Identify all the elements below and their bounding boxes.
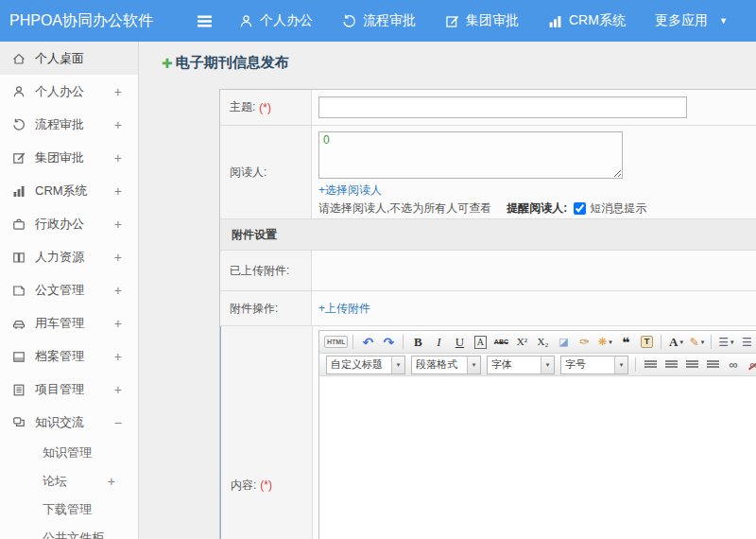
custom-heading-select[interactable]: 自定义标题▾	[326, 356, 405, 374]
undo-button[interactable]: ↶	[358, 333, 377, 352]
sidebar-item-label: CRM系统	[35, 183, 88, 200]
sidebar-subitem-1[interactable]: 论坛+	[0, 467, 138, 496]
expander-icon[interactable]: +	[114, 349, 122, 364]
blockquote-button[interactable]: ❝	[616, 333, 635, 352]
top-nav-item-1[interactable]: 流程审批	[342, 12, 416, 29]
top-nav: 个人办公流程审批集团审批CRM系统更多应用▼	[239, 12, 756, 29]
sidebar-item-label: 公文管理	[35, 282, 84, 299]
expander-icon[interactable]: +	[114, 250, 122, 265]
auto-typeset-button[interactable]: ❋▾	[595, 333, 614, 352]
readers-textarea[interactable]: 0	[318, 131, 623, 179]
format-painter-button[interactable]: ✑	[575, 333, 593, 352]
expander-icon[interactable]: +	[114, 150, 122, 165]
sidebar-item-8[interactable]: 用车管理+	[0, 306, 138, 339]
italic-button[interactable]: I	[429, 333, 448, 352]
chevron-down-icon: ▼	[719, 16, 728, 26]
sidebar-item-2[interactable]: 流程审批+	[0, 108, 138, 141]
expander-icon[interactable]: −	[114, 415, 122, 430]
editor-content-area[interactable]	[319, 376, 756, 539]
expander-icon[interactable]: +	[114, 117, 122, 132]
expander-icon[interactable]: +	[114, 316, 122, 331]
align-justify-button[interactable]	[703, 356, 722, 374]
attachment-actions-label: 附件操作:	[230, 301, 278, 317]
edit-icon	[12, 151, 26, 165]
unlink-button[interactable]: ∞	[745, 356, 756, 374]
highlight-color-button[interactable]: ✎▾	[687, 333, 706, 352]
expander-icon[interactable]: +	[114, 183, 122, 199]
readers-row: 阅读人: 0 +选择阅读人 请选择阅读人,不选为所有人可查看 提醒阅读人: 短消…	[220, 126, 756, 219]
main-content: 电子期刊信息发布 主题: (*) 阅读人: 0 +选择阅读	[139, 42, 756, 539]
top-nav-item-0[interactable]: 个人办公	[239, 12, 313, 29]
edit-icon	[445, 14, 459, 28]
sms-notify-checkbox[interactable]	[574, 202, 586, 215]
subscript-button[interactable]: X₂	[533, 333, 552, 352]
sidebar-item-5[interactable]: 行政办公+	[0, 207, 138, 240]
select-value: 自定义标题	[327, 357, 391, 372]
person-icon	[239, 14, 253, 28]
toolbar-separator	[711, 335, 712, 349]
sidebar-item-0[interactable]: 个人桌面	[0, 42, 138, 75]
font-family-select[interactable]: 字体▾	[487, 356, 555, 374]
sidebar-item-4[interactable]: CRM系统+	[0, 174, 138, 207]
superscript-button[interactable]: X²	[512, 333, 531, 352]
underline-button[interactable]: U	[450, 333, 469, 352]
eraser-button[interactable]: ◪	[554, 333, 573, 352]
font-color-button[interactable]: A▾	[666, 333, 685, 352]
sidebar-subitem-0[interactable]: 知识管理	[0, 439, 138, 467]
chevron-down-icon: ▾	[614, 356, 627, 374]
sidebar-item-10[interactable]: 项目管理+	[0, 373, 138, 406]
attachments-section-title: 附件设置	[220, 219, 756, 250]
html-source-button[interactable]: HTML	[324, 333, 348, 352]
expander-icon[interactable]: +	[114, 84, 122, 99]
sidebar-item-label: 项目管理	[35, 381, 84, 398]
required-mark: (*)	[260, 478, 272, 492]
expander-icon[interactable]: +	[114, 382, 122, 397]
top-nav-item-4[interactable]: 更多应用▼	[655, 12, 728, 29]
expander-icon[interactable]: +	[114, 283, 122, 298]
sidebar-item-1[interactable]: 个人办公+	[0, 75, 138, 108]
menu-icon[interactable]	[197, 14, 213, 28]
remind-readers-label: 提醒阅读人:	[507, 200, 567, 217]
top-nav-item-3[interactable]: CRM系统	[548, 12, 626, 29]
sidebar-subitem-2[interactable]: 下载管理	[0, 496, 138, 524]
bold-button[interactable]: B	[408, 333, 427, 352]
readers-hint: 请选择阅读人,不选为所有人可查看	[318, 200, 491, 217]
link-button[interactable]: ∞	[724, 356, 743, 374]
attachment-actions-label-cell: 附件操作:	[220, 291, 312, 325]
history-icon	[342, 14, 356, 28]
rich-text-editor: HTML↶↷BIUAABCX²X₂◪✑❋▾❝TA▾✎▾☰▾☰ 自定义标题▾段落格…	[318, 330, 756, 539]
person-icon	[12, 85, 26, 98]
toolbar-separator	[403, 335, 404, 349]
align-right-button[interactable]	[682, 356, 701, 374]
chevron-down-icon: ▾	[391, 356, 404, 374]
unordered-list-button[interactable]: ☰	[737, 333, 756, 352]
subject-input[interactable]	[318, 96, 687, 118]
sidebar-item-label: 档案管理	[35, 348, 84, 365]
uploaded-attachments-value	[312, 251, 756, 290]
sidebar-item-label: 人力资源	[35, 249, 84, 266]
align-center-button[interactable]	[662, 356, 680, 374]
paragraph-format-select[interactable]: 段落格式▾	[411, 356, 481, 374]
paste-as-text-button[interactable]: T	[637, 333, 656, 352]
sidebar-item-9[interactable]: 档案管理+	[0, 339, 138, 373]
redo-button[interactable]: ↷	[379, 333, 398, 352]
uploaded-attachments-label-cell: 已上传附件:	[220, 251, 312, 290]
sidebar-item-3[interactable]: 集团审批+	[0, 141, 138, 174]
subject-label: 主题:	[230, 99, 255, 115]
expander-icon[interactable]: +	[108, 474, 115, 489]
sidebar-item-7[interactable]: 公文管理+	[0, 273, 138, 306]
font-size-select[interactable]: 字号▾	[560, 356, 628, 374]
select-value: 段落格式	[412, 357, 467, 372]
select-readers-link[interactable]: +选择阅读人	[318, 183, 382, 197]
strikethrough-button[interactable]: ABC	[491, 333, 510, 352]
sidebar-item-6[interactable]: 人力资源+	[0, 240, 138, 273]
expander-icon[interactable]: +	[114, 217, 122, 232]
top-nav-item-2[interactable]: 集团审批	[445, 12, 519, 29]
archive-icon	[12, 350, 26, 363]
align-left-button[interactable]	[641, 356, 660, 374]
upload-attachment-link[interactable]: +上传附件	[318, 301, 756, 317]
font-border-button[interactable]: A	[471, 333, 490, 352]
sidebar-item-11[interactable]: 知识交流−	[0, 406, 138, 439]
sidebar-subitem-3[interactable]: 公共文件柜	[0, 524, 138, 539]
ordered-list-button[interactable]: ☰▾	[716, 333, 735, 352]
